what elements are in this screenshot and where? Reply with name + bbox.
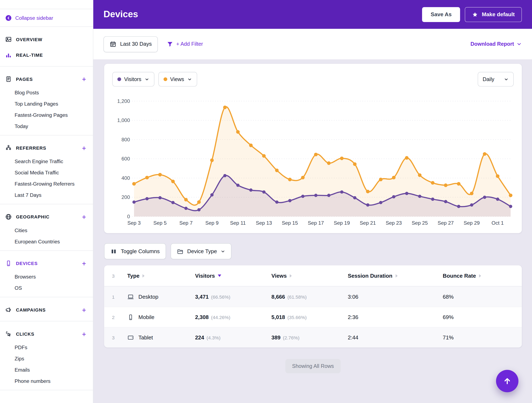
interval-select[interactable]: Daily <box>478 72 514 86</box>
sidebar-section: DEVICES+BrowsersOS <box>0 251 93 297</box>
legend-visitors-label: Visitors <box>124 76 141 82</box>
sidebar-item-pages[interactable]: PAGES+ <box>0 71 93 87</box>
sidebar-subitem-os[interactable]: OS <box>0 282 93 294</box>
date-range-label: Last 30 Days <box>120 41 152 47</box>
line-chart: 02004006008001,0001,200Sep 3Sep 5Sep 7Se… <box>112 92 513 228</box>
sidebar-subitem-last-7-days[interactable]: Last 7 Days <box>0 189 93 201</box>
sidebar-item-label: DEVICES <box>16 261 76 266</box>
legend-visitors-chip[interactable]: Visitors <box>112 72 154 86</box>
collapse-sidebar-button[interactable]: Collapse sidebar <box>0 9 93 27</box>
table-row-mobile[interactable]: 2Mobile2,308(44.26%)5,018(35.66%)2:3669% <box>104 307 522 327</box>
svg-text:Sep 9: Sep 9 <box>205 220 219 226</box>
toggle-columns-label: Toggle Columns <box>121 248 160 254</box>
device-type-value: Mobile <box>138 314 154 320</box>
sidebar-subitem-phone-numbers[interactable]: Phone numbers <box>0 375 93 387</box>
main: Devices Save As Make default Last 30 Day… <box>93 0 532 403</box>
folder-icon <box>177 248 184 255</box>
sidebar-item-geographic[interactable]: GEOGRAPHIC+ <box>0 209 93 225</box>
column-header-visitors[interactable]: Visitors <box>195 273 271 279</box>
column-header-views[interactable]: Views <box>271 273 348 279</box>
legend-views-chip[interactable]: Views <box>158 72 197 86</box>
table-controls: Toggle Columns Device Type <box>104 243 522 259</box>
add-icon[interactable]: + <box>80 213 88 220</box>
sidebar-subitem-today[interactable]: Today <box>0 121 93 132</box>
column-header-type[interactable]: Type <box>127 273 195 279</box>
svg-text:Sep 7: Sep 7 <box>179 220 193 226</box>
toolbar: Last 30 Days + Add Filter Download Repor… <box>93 29 532 59</box>
sidebar-item-overview[interactable]: OVERVIEW <box>0 32 93 47</box>
svg-text:Sep 19: Sep 19 <box>334 220 350 226</box>
sidebar-subitem-top-landing-pages[interactable]: Top Landing Pages <box>0 98 93 109</box>
svg-text:Sep 23: Sep 23 <box>386 220 402 226</box>
calendar-icon <box>109 41 116 48</box>
date-range-button[interactable]: Last 30 Days <box>103 36 158 52</box>
add-icon[interactable]: + <box>80 306 88 313</box>
scroll-to-top-button[interactable] <box>496 370 519 392</box>
sidebar-subitem-pdfs[interactable]: PDFs <box>0 342 93 353</box>
svg-text:Sep 13: Sep 13 <box>256 220 272 226</box>
svg-text:800: 800 <box>121 137 130 142</box>
device-type-button[interactable]: Device Type <box>171 243 232 259</box>
tablet-icon <box>127 334 134 341</box>
chart-card: Visitors Views Daily 02004006008001,0001… <box>104 64 522 233</box>
table-body: 1Desktop3,471(66.56%)8,666(61.58%)3:0668… <box>104 286 522 347</box>
chevron-down-icon <box>221 249 226 254</box>
svg-text:600: 600 <box>121 156 130 161</box>
table-header-row: 3TypeVisitorsViewsSession DurationBounce… <box>104 265 522 286</box>
app: Collapse sidebar OVERVIEWREAL-TIMEPAGES+… <box>0 0 532 403</box>
collapse-sidebar-label: Collapse sidebar <box>15 15 53 21</box>
sidebar-section: PAGES+Blog PostsTop Landing PagesFastest… <box>0 66 93 135</box>
sidebar-nav: OVERVIEWREAL-TIMEPAGES+Blog PostsTop Lan… <box>0 27 93 390</box>
sidebar-subitem-search-engine-traffic[interactable]: Search Engine Traffic <box>0 156 93 167</box>
sidebar-item-real-time[interactable]: REAL-TIME <box>0 47 93 63</box>
sidebar-subitem-fastest-growing-referrers[interactable]: Fastest-Growing Referrers <box>0 178 93 189</box>
sidebar-item-referrers[interactable]: REFERRERS+ <box>0 140 93 156</box>
sidebar-subitem-fastest-growing-pages[interactable]: Fastest-Growing Pages <box>0 109 93 121</box>
add-icon[interactable]: + <box>80 144 88 152</box>
sidebar-subitem-blog-posts[interactable]: Blog Posts <box>0 87 93 98</box>
toggle-columns-button[interactable]: Toggle Columns <box>104 243 166 259</box>
add-icon[interactable]: + <box>80 76 88 83</box>
sidebar-subitem-zips[interactable]: Zips <box>0 353 93 364</box>
sidebar-subitem-social-media-traffic[interactable]: Social Media Traffic <box>0 167 93 178</box>
column-header-session-duration[interactable]: Session Duration <box>348 273 443 279</box>
sidebar-section: CAMPAIGNS+ <box>0 297 93 321</box>
overview-icon <box>5 36 12 43</box>
sidebar-subitem-european-countries[interactable]: European Countries <box>0 236 93 247</box>
sidebar-subitem-cities[interactable]: Cities <box>0 225 93 236</box>
chevron-down-icon <box>187 77 192 82</box>
column-header-bounce-rate[interactable]: Bounce Rate <box>443 273 522 279</box>
clicks-icon <box>5 331 12 337</box>
sidebar-subitem-emails[interactable]: Emails <box>0 364 93 375</box>
star-icon <box>472 12 478 18</box>
campaigns-icon <box>5 306 12 313</box>
download-report-button[interactable]: Download Report <box>470 41 522 47</box>
table-row-tablet[interactable]: 3Tablet224(4.3%)389(2.76%)2:4471% <box>104 327 522 347</box>
table-row-desktop[interactable]: 1Desktop3,471(66.56%)8,666(61.58%)3:0668… <box>104 286 522 307</box>
showing-all-rows-button[interactable]: Showing All Rows <box>285 359 341 373</box>
sidebar-item-clicks[interactable]: CLICKS+ <box>0 326 93 342</box>
up-arrow-icon <box>503 377 512 385</box>
add-filter-button[interactable]: + Add Filter <box>167 41 203 48</box>
make-default-button[interactable]: Make default <box>465 7 522 22</box>
sidebar-item-devices[interactable]: DEVICES+ <box>0 256 93 271</box>
sidebar: Collapse sidebar OVERVIEWREAL-TIMEPAGES+… <box>0 0 93 403</box>
sidebar-item-campaigns[interactable]: CAMPAIGNS+ <box>0 302 93 318</box>
svg-text:Sep 15: Sep 15 <box>282 220 298 226</box>
sidebar-section: GEOGRAPHIC+CitiesEuropean Countries <box>0 204 93 251</box>
svg-text:0: 0 <box>127 214 130 219</box>
sidebar-item-label: CLICKS <box>16 331 76 336</box>
sidebar-item-label: PAGES <box>16 77 76 82</box>
sidebar-subitem-browsers[interactable]: Browsers <box>0 271 93 282</box>
desktop-icon <box>127 293 134 300</box>
sidebar-item-label: REAL-TIME <box>16 52 88 57</box>
save-as-button[interactable]: Save As <box>422 7 460 22</box>
add-filter-label: + Add Filter <box>176 41 203 47</box>
svg-text:Sep 21: Sep 21 <box>360 220 376 226</box>
add-icon[interactable]: + <box>80 260 88 267</box>
chart-legend: Visitors Views Daily <box>112 72 513 86</box>
svg-text:400: 400 <box>121 175 130 181</box>
add-icon[interactable]: + <box>80 330 88 337</box>
sidebar-item-label: OVERVIEW <box>16 37 88 42</box>
sort-arrow-icon <box>143 274 145 277</box>
